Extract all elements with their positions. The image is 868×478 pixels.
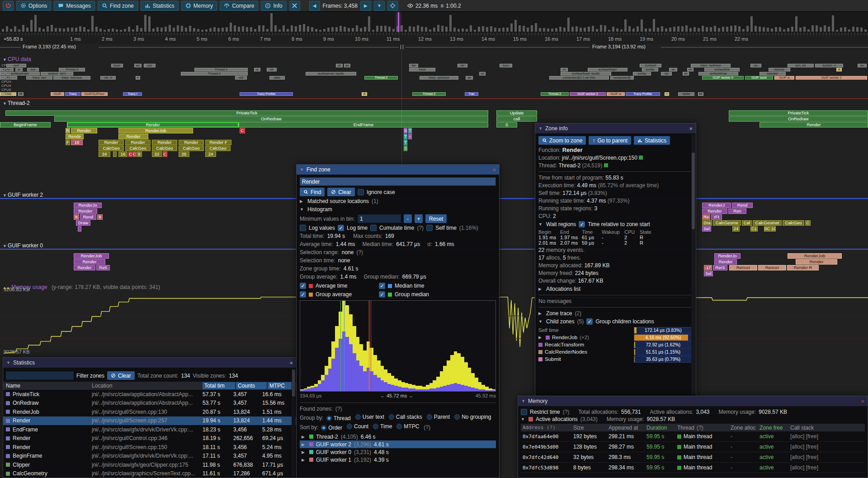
frame-bar[interactable] — [555, 28, 557, 32]
zone-au[interactable]: au — [344, 64, 350, 67]
zone-guif-worker-2[interactable]: GUIF worker 2 — [796, 76, 867, 80]
frame-bar[interactable] — [388, 27, 391, 32]
frame-bar[interactable] — [596, 29, 598, 32]
find-button[interactable]: Find — [300, 188, 325, 196]
column-appeared-at[interactable]: Appeared at — [609, 425, 646, 431]
zone-tracy[interactable]: Tracy — [65, 92, 80, 96]
frame-bar[interactable] — [79, 26, 81, 32]
prev-frame-button[interactable]: ◀ — [309, 1, 320, 11]
zone-calcgeo[interactable]: CalcGeo — [125, 146, 151, 151]
frame-bar[interactable] — [502, 28, 505, 32]
zone-8[interactable]: 8 — [137, 151, 142, 157]
zone-render[interactable]: Render — [99, 140, 124, 145]
tools-button[interactable] — [289, 1, 300, 11]
frame-bar[interactable] — [474, 30, 476, 32]
cumulate-time-checkbox[interactable] — [370, 225, 377, 231]
zone-c[interactable]: C — [132, 151, 136, 157]
zone-rers[interactable]: RerS — [713, 265, 727, 270]
frame-bar[interactable] — [401, 25, 403, 32]
compare-button[interactable]: Compare — [220, 1, 258, 11]
frame-bar[interactable] — [274, 25, 277, 32]
zone-rot[interactable]: rot — [661, 72, 672, 76]
stats-table-row[interactable]: EndFramejni/../jni/src/claw/gfx/drv/vk/D… — [3, 425, 296, 434]
zone-24[interactable]: 24 — [99, 151, 110, 157]
column-call-stack[interactable]: Call stack — [790, 425, 863, 431]
zone-calcgeome[interactable]: CalcGeome — [713, 220, 741, 226]
zone-renderjob[interactable]: RenderJob — [118, 128, 193, 133]
zone-info-titlebar[interactable]: ▼ Zone info × — [535, 123, 696, 133]
zone-m[interactable]: m — [687, 68, 693, 71]
frame-bar[interactable] — [519, 25, 521, 32]
legend-checkbox[interactable]: ✓ — [379, 283, 385, 289]
zone-composer-[interactable]: composer@ — [610, 76, 634, 80]
frame-bar[interactable] — [807, 29, 810, 32]
zone-surfacefinger[interactable]: surfacefinger — [588, 68, 627, 71]
frame-bar[interactable] — [87, 29, 90, 32]
column-mtpc[interactable]: MTPC — [268, 382, 292, 389]
frame-bar[interactable] — [514, 20, 517, 32]
zone-f[interactable]: F — [66, 140, 70, 145]
zone-cfr[interactable]: cfr — [267, 68, 277, 71]
frame-bar[interactable] — [693, 27, 696, 32]
frame-bar[interactable] — [425, 27, 427, 32]
frame-bar[interactable] — [738, 26, 741, 32]
frame-bar[interactable] — [433, 28, 435, 32]
frame-bar[interactable] — [429, 29, 431, 32]
frame-bar[interactable] — [165, 27, 167, 32]
stats-table-row[interactable]: Renderjni/../jni/src/guif/Screen.cpp:150… — [3, 443, 296, 452]
zone-i[interactable]: I — [665, 92, 669, 96]
frame-bar[interactable] — [63, 28, 65, 32]
frame-bar[interactable] — [112, 28, 114, 32]
frame-bar[interactable] — [437, 25, 439, 32]
frame-bar[interactable] — [742, 29, 745, 32]
frame-bar[interactable] — [722, 27, 724, 32]
zone-render[interactable]: Render — [760, 122, 868, 128]
zone-thread-2[interactable]: Thread-2 — [364, 76, 398, 80]
frame-bar[interactable] — [681, 26, 684, 32]
zone-cal[interactable]: Cal — [742, 220, 752, 226]
zone-t[interactable]: T — [404, 134, 407, 139]
frame-bar[interactable] — [592, 26, 594, 32]
thread-value[interactable]: Thread-2 — [558, 162, 580, 169]
zone-update[interactable]: Update — [496, 110, 537, 116]
frame-bar[interactable] — [299, 25, 301, 32]
radio-option[interactable]: Call stacks — [389, 414, 422, 420]
memory-titlebar[interactable]: ▼ Memory × — [518, 396, 868, 406]
frame-bar[interactable] — [315, 29, 317, 32]
frame-bar[interactable] — [344, 27, 346, 32]
zone-s[interactable]: S — [404, 146, 407, 151]
frame-bar[interactable] — [356, 25, 358, 32]
frame-bar[interactable] — [632, 28, 635, 32]
zone-st[interactable]: st — [479, 72, 486, 76]
frame-bar[interactable] — [645, 28, 647, 32]
frame-bar[interactable] — [283, 25, 285, 32]
frame-bar[interactable] — [71, 28, 73, 32]
frame-bar[interactable] — [217, 28, 220, 32]
zone-rencer[interactable]: Rencer — [729, 265, 757, 270]
found-zone-group[interactable]: ▶GUIF worker 2(3,296)4.61 s — [300, 440, 496, 448]
zone-surfacefinge[interactable]: surfacefinge — [698, 72, 738, 76]
close-icon[interactable]: × — [689, 125, 693, 132]
child-zone-row[interactable]: RecalcTransform72.92 μs (1.62%) — [538, 341, 693, 348]
frame-bar[interactable] — [734, 25, 736, 32]
frame-bar[interactable] — [120, 30, 122, 32]
frame-bar[interactable] — [864, 29, 867, 32]
frame-bar[interactable] — [856, 27, 859, 32]
zone-thread-2[interactable]: Thread-2 — [194, 68, 248, 71]
stats-table-row[interactable]: OnRedrawjni/../jni/src/claw/application/… — [3, 399, 296, 408]
found-zone-group[interactable]: ▶GUIF worker 0(3,231)4.48 s — [300, 448, 496, 456]
frame-bar[interactable] — [140, 28, 142, 32]
find-zone-search-input[interactable] — [300, 177, 496, 186]
frame-bar[interactable] — [677, 26, 679, 32]
zone-calcgeomet[interactable]: CalcGeomet — [753, 220, 782, 226]
column-zone-free[interactable]: Zone free — [760, 425, 790, 431]
zone-kv[interactable]: kv — [858, 64, 867, 67]
frame-bar[interactable] — [580, 28, 582, 32]
frame-bar[interactable] — [295, 26, 297, 32]
zone-kworker[interactable]: kworker — [760, 72, 786, 76]
frame-bar[interactable] — [718, 28, 720, 32]
zone-render[interactable]: Render — [74, 259, 105, 265]
zone-trac[interactable]: Trac — [465, 92, 478, 96]
time-ruler[interactable]: +55.83 s1 ms2 ms3 ms4 ms5 ms6 ms7 ms8 ms… — [0, 33, 868, 44]
zone-rend[interactable]: Rend — [732, 203, 753, 208]
